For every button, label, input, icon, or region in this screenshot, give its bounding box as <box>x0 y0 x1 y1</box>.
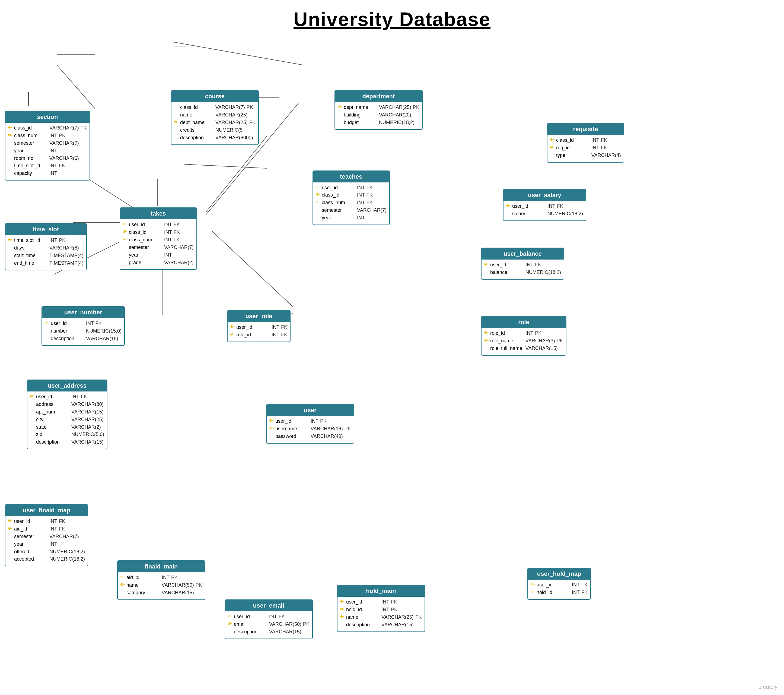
field-name: semester <box>14 533 49 540</box>
fk-icon <box>340 598 345 606</box>
field-name: user_id <box>234 613 269 621</box>
table-row: nameVARCHAR(50) PK <box>120 581 202 589</box>
table-header-time_slot: time_slot <box>5 224 86 235</box>
table-finaid_main: finaid_mainaid_idINT PKnameVARCHAR(50) P… <box>117 560 205 600</box>
fk-icon <box>123 229 128 236</box>
field-name: semester <box>129 244 164 251</box>
table-row: aid_idINT FK <box>8 525 85 533</box>
svg-point-43 <box>316 187 318 188</box>
pk-icon <box>8 132 13 140</box>
field-key-tag: FK <box>601 137 607 144</box>
field-name: room_no <box>14 155 49 162</box>
field-type: INT <box>49 540 57 548</box>
field-type: VARCHAR(25) <box>216 119 248 127</box>
svg-point-115 <box>121 584 122 585</box>
table-course: courseclass_idVARCHAR(7) PKnameVARCHAR(2… <box>171 90 259 145</box>
field-key-tag: PK <box>59 237 65 244</box>
field-type: INT <box>86 320 94 327</box>
svg-line-19 <box>57 65 95 109</box>
table-row: nameVARCHAR(25) PK <box>340 614 422 621</box>
svg-line-3 <box>174 42 304 65</box>
svg-point-21 <box>175 121 176 122</box>
field-name: aid_id <box>127 574 162 581</box>
table-row: class_idINT FK <box>550 137 621 144</box>
table-row: user_idINT FK <box>123 221 194 229</box>
field-type: TIMESTAMP(4) <box>49 259 84 267</box>
table-row: creditsNUMERIC(5 <box>174 127 255 134</box>
table-user_email: user_emailuser_idINT FKemailVARCHAR(50) … <box>225 599 313 639</box>
field-type: INT <box>49 170 57 177</box>
field-name: user_id <box>490 261 525 269</box>
field-type: INT <box>572 581 580 589</box>
table-user_number: user_numberuser_idINT FKnumberNUMERIC(15… <box>41 306 125 346</box>
table-user_hold_map: user_hold_mapuser_idINT FKhold_idINT FK <box>527 568 591 600</box>
field-key-tag: PK <box>413 104 419 111</box>
svg-point-75 <box>231 326 232 327</box>
field-type: VARCHAR(7) <box>164 244 194 251</box>
field-type: VARCHAR(6) <box>49 155 79 162</box>
field-type: INT <box>272 324 279 331</box>
table-row: user_idINT FK <box>316 184 387 191</box>
table-body-user_hold_map: user_idINT FKhold_idINT FK <box>528 579 590 599</box>
table-row: gradeVARCHAR(2) <box>123 259 194 267</box>
field-name: dept_name <box>180 119 216 127</box>
table-row: time_slot_idINT FK <box>8 162 87 170</box>
svg-point-128 <box>341 601 342 602</box>
field-type: INT <box>525 261 533 269</box>
field-key-tag: FK <box>367 184 373 191</box>
field-name: zip <box>36 431 71 438</box>
field-name: user_id <box>322 184 357 191</box>
field-type: VARCHAR(7) <box>216 104 245 111</box>
field-type: NUMERIC(18,2) <box>49 555 85 563</box>
table-row: descriptionVARCHAR(15) <box>30 438 104 446</box>
field-type: VARCHAR(40) <box>311 433 343 440</box>
table-row: class_numINT FK <box>123 236 194 244</box>
field-type: NUMERIC(18,2) <box>379 119 415 127</box>
field-key-tag: FK <box>367 199 373 206</box>
table-row: offeredNUMERIC(18,2) <box>8 548 85 556</box>
svg-point-29 <box>9 127 10 128</box>
table-requisite: requisiteclass_idINT FKreq_idINT FKtypeV… <box>547 123 624 163</box>
field-type: INT <box>357 191 365 199</box>
svg-point-46 <box>316 194 318 195</box>
field-type: INT <box>269 613 277 621</box>
field-name: user_id <box>512 203 547 210</box>
field-key-tag: FK <box>278 613 285 621</box>
table-body-user_address: user_idINT FKaddressVARCHAR(80)apt_numVA… <box>27 391 107 449</box>
table-body-takes: user_idINT FKclass_idINT FKclass_numINT … <box>120 220 196 269</box>
field-type: VARCHAR(20) <box>379 111 411 119</box>
table-header-department: department <box>335 91 422 102</box>
fk-icon <box>506 203 511 210</box>
field-key-tag: FK <box>174 221 180 229</box>
table-header-takes: takes <box>120 208 196 220</box>
field-name: class_id <box>14 124 49 132</box>
table-user_address: user_addressuser_idINT FKaddressVARCHAR(… <box>27 380 107 449</box>
table-row: dept_nameVARCHAR(25) PK <box>338 104 419 111</box>
field-name: days <box>14 244 49 252</box>
field-name: description <box>180 134 216 142</box>
fk-icon <box>228 613 233 621</box>
watermark: creately <box>759 684 777 690</box>
field-key-tag: FK <box>249 119 255 127</box>
field-name: username <box>275 425 311 433</box>
svg-point-107 <box>9 528 10 529</box>
table-header-course: course <box>171 91 258 102</box>
field-type: VARCHAR(50) <box>162 581 194 589</box>
table-row: zipNUMERIC(5,0) <box>30 431 104 438</box>
field-type: VARCHAR(15) <box>162 589 194 597</box>
field-type: VARCHAR(15) <box>71 438 104 446</box>
table-row: passwordVARCHAR(40) <box>269 433 351 440</box>
table-teaches: teachesuser_idINT FKclass_idINT FKclass_… <box>313 170 390 225</box>
field-name: role_name <box>490 337 525 345</box>
table-row: emailVARCHAR(50) PK <box>228 621 310 628</box>
pk-icon <box>8 237 13 244</box>
field-name: user_id <box>129 221 164 229</box>
fk-icon <box>530 589 535 596</box>
field-name: class_num <box>129 236 164 244</box>
field-key-tag: FK <box>367 191 373 199</box>
table-body-user_number: user_idINT FKnumberNUMERIC(15,0)descript… <box>42 318 124 345</box>
svg-point-24 <box>339 106 339 107</box>
table-row: numberNUMERIC(15,0) <box>45 327 122 335</box>
field-type: VARCHAR(15) <box>269 628 301 636</box>
field-name: credits <box>180 127 216 134</box>
